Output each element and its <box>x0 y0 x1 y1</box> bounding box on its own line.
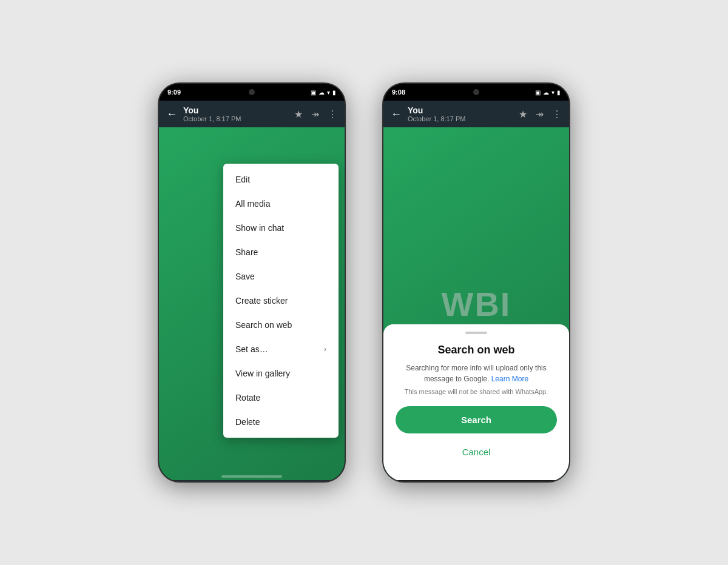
status-bar-right: 9:08 ▣ ☁ ▾ ▮ <box>383 84 569 101</box>
wifi-icon-right: ▾ <box>551 89 554 96</box>
status-bar-left: 9:09 ▣ ☁ ▾ ▮ <box>159 84 345 101</box>
header-name-right: You <box>408 105 513 115</box>
header-info-right: You October 1, 8:17 PM <box>408 105 513 122</box>
battery-icon: ▮ <box>332 89 336 96</box>
cancel-button[interactable]: Cancel <box>396 441 557 463</box>
menu-item-delete[interactable]: Delete <box>223 410 339 434</box>
header-date-right: October 1, 8:17 PM <box>408 115 513 122</box>
header-name-left: You <box>183 105 288 115</box>
status-icons-right: ▣ ☁ ▾ ▮ <box>535 89 561 96</box>
forward-icon-left[interactable]: ↠ <box>311 109 319 120</box>
menu-item-view-gallery[interactable]: View in gallery <box>223 361 339 386</box>
phone-left: 9:09 ▣ ☁ ▾ ▮ ← You October 1, 8:17 PM ★ … <box>158 82 346 483</box>
wifi-icon: ▾ <box>327 89 330 96</box>
header-info-left: You October 1, 8:17 PM <box>183 105 288 122</box>
menu-item-edit[interactable]: Edit <box>223 167 339 192</box>
search-button[interactable]: Search <box>396 406 557 433</box>
sheet-privacy-note: This message will not be shared with Wha… <box>396 388 557 395</box>
cloud-icon: ☁ <box>318 89 325 96</box>
status-icons-left: ▣ ☁ ▾ ▮ <box>311 89 336 96</box>
sheet-handle <box>465 332 487 334</box>
phone-bottom-left: ⊕ ↩ Reply <box>159 480 345 483</box>
home-bar-left <box>221 475 282 478</box>
more-icon-right[interactable]: ⋮ <box>552 109 562 120</box>
back-button-left[interactable]: ← <box>166 108 177 121</box>
forward-icon-right[interactable]: ↠ <box>536 109 544 120</box>
header-actions-left: ★ ↠ ⋮ <box>294 109 337 120</box>
menu-item-search-on-web[interactable]: Search on web <box>223 313 339 337</box>
menu-item-set-as[interactable]: Set as… › <box>223 337 339 361</box>
wbi-logo: WBI <box>442 284 511 324</box>
search-on-web-sheet: Search on web Searching for more info wi… <box>383 324 569 480</box>
camera-notch-right <box>473 89 479 95</box>
battery-icon-right: ▮ <box>557 89 561 96</box>
learn-more-link[interactable]: Learn More <box>491 375 528 383</box>
header-actions-right: ★ ↠ ⋮ <box>519 109 562 120</box>
set-as-arrow: › <box>324 345 326 353</box>
sheet-description: Searching for more info will upload only… <box>396 363 557 384</box>
star-icon-right[interactable]: ★ <box>519 109 527 120</box>
app-header-right: ← You October 1, 8:17 PM ★ ↠ ⋮ <box>383 101 569 127</box>
star-icon-left[interactable]: ★ <box>294 109 303 120</box>
status-time-right: 9:08 <box>392 89 405 96</box>
notification-icon-right: ▣ <box>535 89 541 96</box>
phone-right: 9:08 ▣ ☁ ▾ ▮ ← You October 1, 8:17 PM ★ … <box>382 82 570 483</box>
menu-item-save[interactable]: Save <box>223 264 339 289</box>
phone-content-right: WBI WABETAINFO Search on web Searching f… <box>383 127 569 480</box>
back-button-right[interactable]: ← <box>391 108 402 121</box>
header-date-left: October 1, 8:17 PM <box>183 115 288 122</box>
menu-item-share[interactable]: Share <box>223 240 339 264</box>
menu-item-show-in-chat[interactable]: Show in chat <box>223 216 339 240</box>
status-time-left: 9:09 <box>167 89 181 96</box>
camera-notch <box>249 89 255 95</box>
menu-item-rotate[interactable]: Rotate <box>223 386 339 410</box>
sheet-title: Search on web <box>396 344 557 356</box>
more-icon-left[interactable]: ⋮ <box>328 109 337 120</box>
cloud-icon-right: ☁ <box>543 89 549 96</box>
menu-item-create-sticker[interactable]: Create sticker <box>223 289 339 313</box>
menu-item-all-media[interactable]: All media <box>223 192 339 216</box>
context-menu: Edit All media Show in chat Share Save C… <box>223 164 339 438</box>
app-header-left: ← You October 1, 8:17 PM ★ ↠ ⋮ <box>159 101 345 127</box>
phone-content-left: WABETAINFO Edit All media Show in chat S… <box>159 127 345 480</box>
notification-icon: ▣ <box>311 89 316 96</box>
